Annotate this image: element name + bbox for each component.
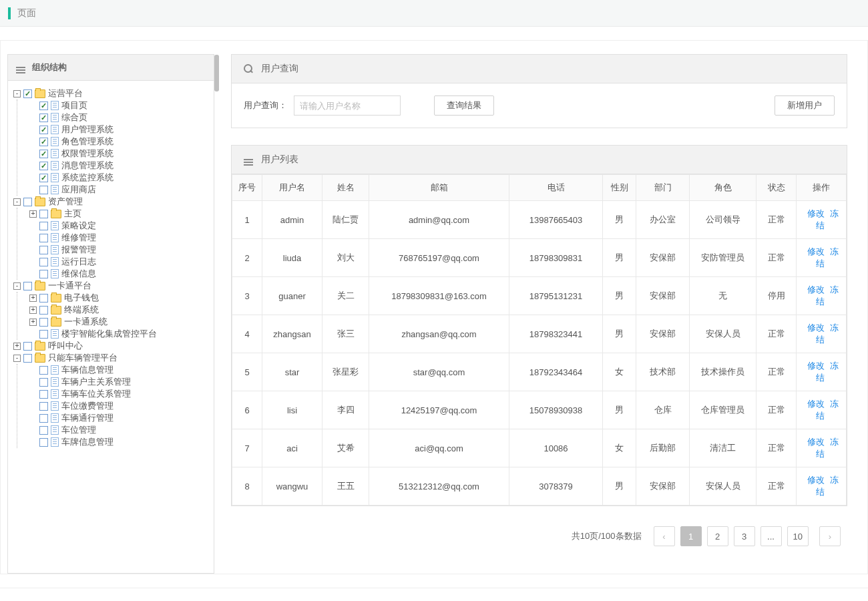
page-next[interactable]: › [819, 526, 841, 546]
page-button[interactable]: 10 [787, 526, 809, 546]
checkbox[interactable] [39, 378, 48, 387]
tree-node[interactable]: 车牌信息管理 [29, 436, 208, 448]
tree-node-label[interactable]: 维保信息 [61, 268, 96, 280]
tree-node[interactable]: +呼叫中心 [13, 340, 208, 352]
tree-node[interactable]: +终端系统 [29, 304, 208, 316]
tree-node-label[interactable]: 项目页 [61, 99, 87, 112]
tree-node[interactable]: 用户管理系统 [29, 124, 208, 136]
edit-link[interactable]: 修改 [807, 399, 825, 409]
tree-node-label[interactable]: 运行日志 [61, 256, 96, 268]
checkbox[interactable] [39, 438, 48, 447]
checkbox[interactable] [39, 330, 48, 339]
edit-link[interactable]: 修改 [807, 284, 825, 294]
tree-node[interactable]: +一卡通系统 [29, 316, 208, 328]
tree-node-label[interactable]: 消息管理系统 [61, 160, 114, 172]
expand-icon[interactable]: + [29, 210, 37, 218]
expand-icon[interactable]: + [29, 319, 37, 326]
checkbox[interactable] [39, 414, 48, 423]
tree-node-label[interactable]: 车位管理 [61, 424, 96, 436]
edit-link[interactable]: 修改 [807, 208, 825, 218]
checkbox[interactable] [39, 270, 48, 278]
tree-node[interactable]: 系统监控系统 [29, 172, 208, 184]
sidebar-scrollbar[interactable] [214, 55, 219, 91]
tree-node-label[interactable]: 终端系统 [64, 304, 99, 316]
checkbox[interactable] [39, 390, 48, 399]
checkbox[interactable] [39, 150, 48, 158]
tree-node[interactable]: 消息管理系统 [29, 160, 208, 172]
tree-node[interactable]: 角色管理系统 [29, 136, 208, 148]
checkbox[interactable] [39, 234, 48, 242]
tree-node-label[interactable]: 系统监控系统 [61, 172, 114, 184]
edit-link[interactable]: 修改 [807, 475, 825, 485]
tree-node-label[interactable]: 只能车辆管理平台 [48, 352, 118, 364]
page-button[interactable]: 3 [734, 526, 755, 546]
checkbox[interactable] [39, 114, 48, 122]
checkbox[interactable] [39, 186, 48, 194]
tree-node[interactable]: 运行日志 [29, 256, 208, 268]
checkbox[interactable] [39, 246, 48, 254]
tree-node-label[interactable]: 维修管理 [61, 232, 96, 244]
tree-node-label[interactable]: 车位缴费管理 [61, 400, 114, 412]
add-user-button[interactable]: 新增用户 [775, 95, 835, 116]
tree-node[interactable]: -运营平台 [13, 87, 208, 99]
tree-node[interactable]: -资产管理 [13, 196, 208, 208]
tree-node[interactable]: 维修管理 [29, 232, 208, 244]
tree-node[interactable]: 车辆信息管理 [29, 364, 208, 376]
collapse-icon[interactable]: - [13, 355, 21, 362]
tree-node[interactable]: 车位管理 [29, 424, 208, 436]
tree-node-label[interactable]: 一卡通平台 [48, 280, 91, 292]
page-button[interactable]: 2 [707, 526, 728, 546]
checkbox[interactable] [23, 198, 32, 206]
tree-node-label[interactable]: 车辆车位关系管理 [61, 388, 131, 400]
collapse-icon[interactable]: - [13, 90, 21, 97]
checkbox[interactable] [39, 366, 48, 375]
query-button[interactable]: 查询结果 [434, 95, 494, 116]
tree-node-label[interactable]: 车辆户主关系管理 [61, 376, 131, 388]
tree-node[interactable]: 策略设定 [29, 220, 208, 232]
checkbox[interactable] [23, 342, 32, 351]
tree-node-label[interactable]: 角色管理系统 [61, 136, 114, 148]
tree-node-label[interactable]: 报警管理 [61, 244, 96, 256]
checkbox[interactable] [39, 222, 48, 230]
checkbox[interactable] [39, 426, 48, 435]
tree-node[interactable]: 车辆通行管理 [29, 412, 208, 424]
edit-link[interactable]: 修改 [807, 437, 825, 447]
expand-icon[interactable]: + [29, 294, 37, 302]
checkbox[interactable] [39, 258, 48, 266]
tree-node[interactable]: +电子钱包 [29, 292, 208, 304]
expand-icon[interactable]: + [29, 307, 37, 314]
tree-node-label[interactable]: 呼叫中心 [48, 340, 83, 352]
tree-node[interactable]: 权限管理系统 [29, 148, 208, 160]
checkbox[interactable] [39, 306, 48, 315]
checkbox[interactable] [39, 210, 48, 218]
tree-node-label[interactable]: 用户管理系统 [61, 124, 114, 136]
tree-node-label[interactable]: 权限管理系统 [61, 148, 114, 160]
checkbox[interactable] [39, 138, 48, 146]
tree-node[interactable]: -一卡通平台 [13, 280, 208, 292]
tree-node-label[interactable]: 车牌信息管理 [61, 436, 114, 448]
tree-node[interactable]: 车辆车位关系管理 [29, 388, 208, 400]
checkbox[interactable] [39, 102, 48, 110]
tree-node[interactable]: 楼宇智能化集成管控平台 [29, 328, 208, 340]
tree-node[interactable]: 车位缴费管理 [29, 400, 208, 412]
tree-node[interactable]: 项目页 [29, 99, 208, 112]
tree-node[interactable]: 应用商店 [29, 184, 208, 196]
search-input[interactable] [294, 95, 401, 116]
tree-node-label[interactable]: 车辆通行管理 [61, 412, 114, 424]
tree-node-label[interactable]: 运营平台 [48, 87, 83, 99]
page-button[interactable]: 1 [680, 526, 702, 546]
page-prev[interactable]: ‹ [654, 526, 675, 546]
checkbox[interactable] [39, 294, 48, 303]
tree-node[interactable]: -只能车辆管理平台 [13, 352, 208, 364]
edit-link[interactable]: 修改 [807, 246, 825, 256]
tree-node[interactable]: 报警管理 [29, 244, 208, 256]
tree-node[interactable]: +主页 [29, 208, 208, 220]
tree-node-label[interactable]: 资产管理 [48, 196, 83, 208]
checkbox[interactable] [39, 402, 48, 411]
checkbox[interactable] [39, 318, 48, 327]
tree-node-label[interactable]: 电子钱包 [64, 292, 99, 304]
collapse-icon[interactable]: - [13, 198, 21, 206]
tree-node-label[interactable]: 综合页 [61, 112, 87, 124]
tree-node[interactable]: 维保信息 [29, 268, 208, 280]
edit-link[interactable]: 修改 [807, 361, 825, 371]
